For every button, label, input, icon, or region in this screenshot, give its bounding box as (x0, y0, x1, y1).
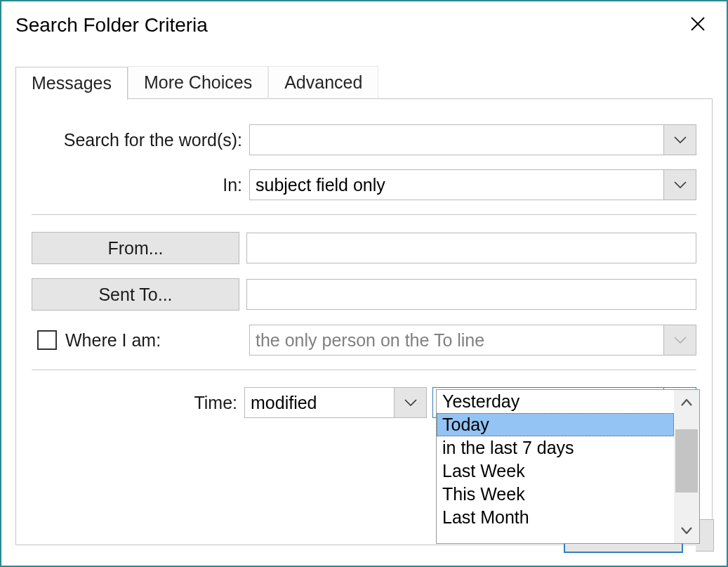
search-for-dropdown-button[interactable] (663, 125, 696, 155)
scroll-down-button[interactable] (674, 518, 699, 543)
time-value-dropdown-items: Yesterday Today in the last 7 days Last … (437, 390, 674, 543)
row-search-for: Search for the word(s): (32, 124, 696, 155)
scroll-up-button[interactable] (674, 390, 699, 415)
scroll-thumb[interactable] (675, 429, 698, 493)
content: Messages More Choices Advanced Search fo… (1, 46, 727, 545)
separator (32, 370, 696, 370)
tab-advanced[interactable]: Advanced (268, 66, 378, 99)
dropdown-item[interactable]: Last Week (437, 460, 674, 483)
tab-panel-messages: Search for the word(s): In: subject fiel… (15, 99, 713, 545)
time-field-dropdown-button[interactable] (394, 388, 426, 417)
label-time: Time: (32, 393, 244, 413)
dropdown-item[interactable]: in the last 7 days (437, 436, 674, 460)
scroll-track[interactable] (674, 415, 699, 518)
dropdown-scrollbar[interactable] (674, 390, 699, 543)
from-button[interactable]: From... (32, 232, 239, 264)
dropdown-item[interactable]: Yesterday (437, 390, 674, 413)
tab-messages[interactable]: Messages (15, 67, 128, 100)
dropdown-item[interactable]: Today (437, 413, 674, 436)
chevron-up-icon (681, 399, 692, 406)
search-for-value[interactable] (250, 125, 663, 155)
row-from: From... (32, 232, 696, 264)
chevron-down-icon (674, 181, 687, 188)
label-where-i-am: Where I am: (65, 330, 161, 351)
chevron-down-icon (681, 527, 692, 534)
chevron-down-icon (404, 399, 417, 406)
where-i-am-checkbox[interactable] (37, 330, 57, 350)
where-i-am-combo: the only person on the To line (249, 325, 696, 356)
close-icon (690, 16, 706, 32)
time-field-value: modified (245, 388, 394, 417)
window-title: Search Folder Criteria (15, 14, 208, 37)
chevron-down-icon (674, 136, 687, 143)
in-value: subject field only (250, 170, 663, 200)
row-sent-to: Sent To... (32, 278, 696, 311)
tab-more-choices[interactable]: More Choices (128, 66, 268, 99)
from-input[interactable] (246, 233, 696, 263)
dropdown-item[interactable]: Last Month (437, 506, 674, 529)
sent-to-input[interactable] (246, 279, 696, 310)
chevron-down-icon (674, 337, 687, 344)
search-for-combo[interactable] (249, 124, 696, 155)
time-value-dropdown-list[interactable]: Yesterday Today in the last 7 days Last … (436, 389, 700, 544)
in-dropdown-button[interactable] (663, 170, 696, 200)
dropdown-item[interactable]: This Week (437, 483, 674, 506)
row-where-i-am: Where I am: the only person on the To li… (32, 325, 696, 356)
titlebar: Search Folder Criteria (1, 1, 727, 46)
close-button[interactable] (683, 11, 713, 41)
row-in: In: subject field only (32, 169, 696, 200)
time-field-combo[interactable]: modified (244, 387, 427, 418)
tab-strip: Messages More Choices Advanced (15, 66, 713, 99)
where-i-am-dropdown-button (663, 325, 696, 355)
label-in: In: (32, 175, 249, 195)
where-i-am-value: the only person on the To line (250, 325, 663, 355)
sent-to-button[interactable]: Sent To... (32, 278, 239, 311)
separator (32, 214, 696, 215)
in-combo[interactable]: subject field only (249, 169, 696, 200)
label-search-for: Search for the word(s): (32, 130, 249, 150)
